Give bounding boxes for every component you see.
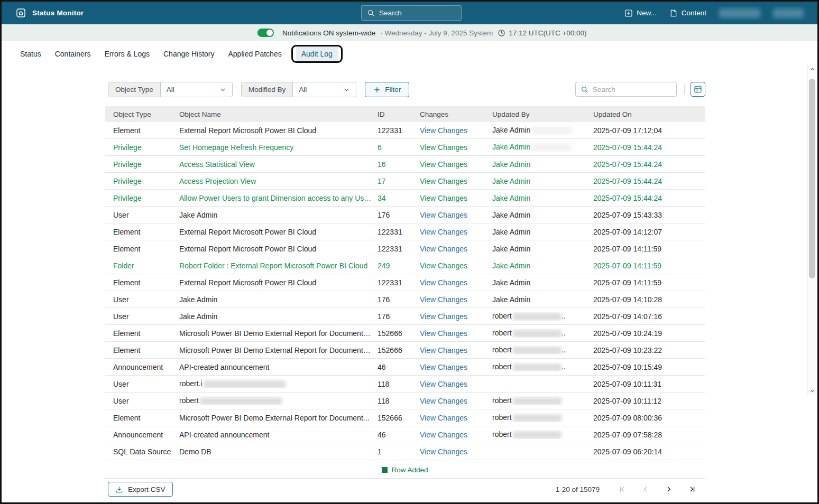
tab-status[interactable]: Status (20, 50, 41, 58)
last-page-button[interactable] (688, 486, 696, 493)
table-row: Userrobert118View Changesrobert2025-07-0… (105, 393, 705, 409)
table-row: FolderRobert Folder : External Report Mi… (105, 257, 705, 274)
table-row: ElementMicrosoft Power BI Demo External … (105, 409, 705, 426)
first-page-button[interactable] (619, 486, 626, 493)
column-header-updated-on: Updated On (593, 110, 705, 118)
view-changes-link[interactable]: View Changes (420, 143, 467, 152)
view-changes-link[interactable]: View Changes (420, 278, 467, 287)
global-search[interactable]: Search (361, 5, 462, 21)
annotation-highlight-box: Audit Log (291, 45, 343, 63)
clock-icon (498, 29, 505, 37)
view-changes-link[interactable]: View Changes (420, 312, 467, 321)
view-changes-link[interactable]: View Changes (420, 245, 467, 253)
home-button[interactable] (16, 8, 26, 18)
view-changes-link[interactable]: View Changes (420, 194, 467, 202)
cell-object-name: Jake Admin (179, 295, 378, 304)
view-changes-link[interactable]: View Changes (420, 262, 467, 270)
export-csv-button[interactable]: Export CSV (108, 482, 173, 497)
redacted-text (513, 414, 562, 422)
view-changes-link[interactable]: View Changes (420, 211, 467, 219)
cell-object-type: Privilege (113, 160, 179, 169)
redacted-topbar-item-2[interactable] (773, 8, 804, 18)
cell-object-name: Microsoft Power BI Demo External Report … (179, 329, 378, 338)
view-changes-link[interactable]: View Changes (420, 380, 467, 388)
next-page-button[interactable] (665, 486, 673, 493)
notification-time: 17:12 UTC(UTC +00:00) (498, 29, 586, 37)
view-changes-link[interactable]: View Changes (420, 160, 467, 169)
view-changes-link[interactable]: View Changes (420, 397, 467, 405)
tab-errors-logs[interactable]: Errors & Logs (104, 50, 150, 58)
cell-changes: View Changes (420, 228, 492, 236)
view-changes-link[interactable]: View Changes (420, 346, 467, 354)
scroll-down-arrow-icon[interactable] (808, 386, 816, 395)
cell-updated-on: 2025-07-09 07:58:28 (593, 431, 705, 439)
app-title: Status Monitor (32, 9, 84, 17)
tab-containers[interactable]: Containers (55, 50, 91, 58)
cell-updated-by: Jake Admin (492, 245, 593, 253)
cell-id: 122331 (378, 245, 420, 253)
new-button[interactable]: New... (624, 9, 657, 17)
cell-id: 118 (378, 380, 420, 388)
column-settings-button[interactable] (691, 82, 705, 97)
plus-square-icon (624, 9, 633, 17)
view-changes-link[interactable]: View Changes (420, 447, 467, 456)
tab-bar: StatusContainersErrors & LogsChange Hist… (2, 41, 817, 66)
cell-object-name: Jake Admin (179, 312, 378, 321)
tab-change-history[interactable]: Change History (163, 50, 215, 58)
modified-by-filter-value: All (299, 86, 307, 94)
cell-object-name: Microsoft Power BI Demo External Report … (179, 346, 378, 354)
global-search-label: Search (379, 9, 402, 17)
cell-changes: View Changes (420, 278, 492, 287)
view-changes-link[interactable]: View Changes (420, 228, 467, 236)
cell-changes: View Changes (420, 380, 492, 388)
content-button[interactable]: Content (669, 9, 706, 17)
cell-id: 122331 (378, 228, 420, 236)
redacted-topbar-item-1[interactable] (719, 8, 760, 18)
cell-object-name: Jake Admin (179, 211, 378, 219)
vertical-scrollbar[interactable] (807, 64, 816, 396)
home-icon (16, 8, 26, 18)
add-filter-button[interactable]: Filter (365, 82, 409, 97)
cell-updated-on: 2025-07-09 14:07:16 (593, 312, 705, 321)
tab-applied-patches[interactable]: Applied Patches (228, 50, 282, 58)
scroll-up-arrow-icon[interactable] (808, 65, 816, 73)
modified-by-filter[interactable]: Modified By All (241, 82, 357, 97)
cell-updated-by: Jake Admin (492, 160, 593, 169)
cell-id: 249 (378, 262, 420, 270)
table-search-input[interactable] (593, 86, 667, 94)
pagination: 1-20 of 15079 (556, 482, 696, 497)
cell-changes: View Changes (420, 143, 492, 152)
view-changes-link[interactable]: View Changes (420, 295, 467, 304)
table-row: AnnouncementAPI-created announcement46Vi… (105, 359, 705, 376)
redaction-ellipsis: .. (562, 312, 566, 320)
previous-page-button[interactable] (642, 486, 649, 493)
cell-id: 46 (378, 363, 420, 371)
view-changes-link[interactable]: View Changes (420, 431, 467, 439)
cell-object-name: API-created announcement (179, 363, 378, 371)
cell-object-type: Privilege (113, 177, 179, 185)
table-search[interactable] (575, 82, 677, 97)
tab-audit-log[interactable]: Audit Log (296, 46, 338, 61)
object-type-filter[interactable]: Object Type All (108, 82, 233, 97)
view-changes-link[interactable]: View Changes (420, 414, 467, 422)
redacted-text (531, 127, 572, 135)
table-header-row: Object TypeObject NameIDChangesUpdated B… (105, 106, 705, 122)
scrollbar-thumb[interactable] (809, 79, 815, 278)
cell-updated-by: robert (492, 396, 593, 405)
cell-object-type: User (113, 397, 179, 405)
view-changes-link[interactable]: View Changes (420, 329, 467, 338)
cell-object-name: External Report Microsoft Power BI Cloud (179, 278, 378, 287)
cell-changes: View Changes (420, 397, 492, 405)
view-changes-link[interactable]: View Changes (420, 177, 467, 185)
notifications-toggle[interactable] (257, 29, 274, 37)
cell-id: 118 (378, 397, 420, 405)
cell-object-type: Element (113, 228, 179, 236)
redacted-text (513, 431, 562, 439)
cell-updated-by: Jake Admin (492, 194, 593, 202)
view-changes-link[interactable]: View Changes (420, 363, 467, 371)
cell-object-type: Element (113, 245, 179, 253)
table-row: ElementExternal Report Microsoft Power B… (105, 223, 705, 240)
cell-object-type: Element (113, 414, 179, 422)
cell-changes: View Changes (420, 447, 492, 456)
view-changes-link[interactable]: View Changes (420, 126, 467, 135)
